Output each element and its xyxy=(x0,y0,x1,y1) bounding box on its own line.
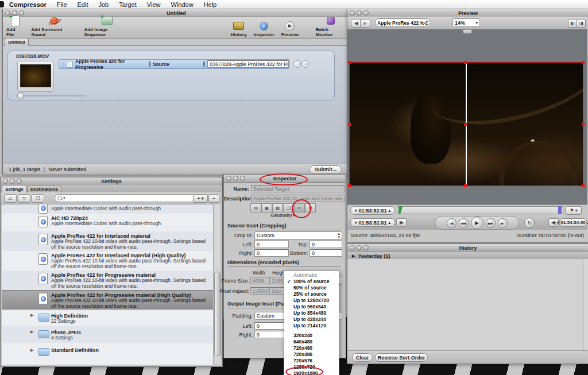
play-in-to-out-button[interactable]: |▶ xyxy=(396,218,407,227)
crop-handle[interactable] xyxy=(348,61,351,64)
filters-tab-icon[interactable]: ❏ xyxy=(283,203,294,212)
preview-toolbar-button[interactable]: ▶Preview xyxy=(281,20,299,37)
go-to-start-button[interactable]: |◀ xyxy=(447,218,457,228)
disclosure-triangle-icon[interactable]: ▶ xyxy=(30,330,33,334)
setting-item[interactable]: Q AIC HD 720p24 Apple Intermediate Codec… xyxy=(2,214,213,231)
target-row[interactable]: ⋮ ◦ Apple ProRes 422 for Progressive Sou… xyxy=(59,59,289,69)
duplicate-button[interactable]: ❐ xyxy=(32,194,44,203)
scrollbar-thumb[interactable] xyxy=(214,272,220,356)
output-filename-field[interactable]: 036I7828-Apple ProRes 422 for Pro xyxy=(207,60,289,68)
menu-item-640x480[interactable]: 640x480 xyxy=(284,339,339,345)
pixel-aspect-field[interactable]: 1.0000 xyxy=(250,287,271,295)
play-button[interactable]: ▶ xyxy=(471,217,483,229)
crop-handle[interactable] xyxy=(348,184,351,187)
remove-setting-button[interactable]: − xyxy=(208,194,219,203)
marker-menu-button[interactable]: ⚑ ▾ xyxy=(566,206,582,215)
timeline-track[interactable] xyxy=(397,206,563,214)
add-surround-sound-button[interactable]: Add Surround Sound xyxy=(31,15,77,37)
zoom-level-select[interactable]: 14%▾ xyxy=(452,18,480,27)
batch-titlebar[interactable]: Untitled xyxy=(3,9,350,17)
frame-controls-tab-icon[interactable]: ▦ xyxy=(272,203,283,212)
window-controls[interactable] xyxy=(350,245,369,250)
crop-handle[interactable] xyxy=(582,61,585,64)
zoom-button[interactable] xyxy=(363,245,369,250)
geometry-tab-icon[interactable]: ✂ xyxy=(294,203,305,212)
in-point-marker[interactable] xyxy=(399,206,403,214)
close-button[interactable] xyxy=(226,176,231,181)
playhead-timecode[interactable]: ▾01:53:52:01▴ xyxy=(350,206,395,215)
window-controls[interactable] xyxy=(5,10,24,16)
split-view-left-button[interactable]: ◧ xyxy=(568,19,577,28)
history-titlebar[interactable]: History xyxy=(347,244,588,252)
menu-item-up-to-1280x720[interactable]: Up to 1280x720 xyxy=(284,297,339,304)
inspector-titlebar[interactable]: Inspector xyxy=(224,175,346,183)
zoom-button[interactable] xyxy=(19,10,24,16)
tab-settings[interactable]: Settings xyxy=(2,185,27,193)
folder-item[interactable]: ▶ High Definition 22 Settings xyxy=(2,310,213,326)
close-button[interactable] xyxy=(350,245,355,250)
menu-item-up-to-428x240[interactable]: Up to 428x240 xyxy=(284,316,339,323)
menu-app[interactable]: Compressor xyxy=(4,1,52,8)
add-setting-button[interactable]: + ▾ xyxy=(193,194,208,203)
out-point-marker[interactable] xyxy=(558,206,562,214)
minimize-button[interactable] xyxy=(10,179,15,184)
menu-item-320x240[interactable]: 320x240 xyxy=(284,333,339,339)
setting-item[interactable]: Q Apple Intermediate Codec with audio pa… xyxy=(2,204,213,214)
crop-handle[interactable] xyxy=(348,123,351,126)
step-back-button[interactable]: ◀◀ xyxy=(459,218,469,228)
next-target-button[interactable]: ▶ xyxy=(360,19,370,28)
menu-file[interactable]: File xyxy=(52,1,72,8)
menu-target[interactable]: Target xyxy=(114,1,142,8)
crop-handle[interactable] xyxy=(582,123,585,126)
tab-destinations[interactable]: Destinations xyxy=(27,185,61,193)
crop-left-field[interactable]: 0 xyxy=(254,241,289,248)
crop-handle[interactable] xyxy=(464,184,467,187)
menu-item-up-to-960x540[interactable]: Up to 960x540 xyxy=(284,304,339,310)
reverse-sort-order-button[interactable]: Reverse Sort Order xyxy=(375,353,428,362)
menu-item-720x480[interactable]: 720x480 xyxy=(284,345,339,351)
inspector-toolbar-button[interactable]: iInspector xyxy=(254,20,274,37)
split-divider-handle[interactable] xyxy=(463,29,472,34)
menu-item-up-to-214x120[interactable]: Up to 214x120 xyxy=(284,323,339,329)
history-toolbar-button[interactable]: History xyxy=(231,20,247,37)
column-divider[interactable] xyxy=(149,61,150,67)
minimize-button[interactable] xyxy=(357,10,362,16)
frame-width-field[interactable]: 4096 xyxy=(250,277,271,284)
add-file-button[interactable]: Add File xyxy=(6,15,24,37)
menu-item-up-to-854x480[interactable]: Up to 854x480 xyxy=(284,310,339,316)
setting-item[interactable]: Q Apple ProRes 422 for Interlaced materi… xyxy=(2,251,213,270)
zoom-button[interactable] xyxy=(240,176,245,181)
settings-titlebar[interactable]: Settings xyxy=(1,177,222,185)
settings-scrollbar[interactable] xyxy=(213,204,220,364)
zoom-button[interactable] xyxy=(17,179,22,184)
new-group-button[interactable]: ▭ xyxy=(4,194,17,203)
step-forward-button[interactable]: ▶▶ xyxy=(486,218,496,228)
out-timecode[interactable]: ▾01:54:54:00▴ xyxy=(559,218,587,227)
batch-tab-untitled[interactable]: Untitled xyxy=(5,38,29,46)
loop-button[interactable]: ↻ xyxy=(524,218,535,228)
settings-search-field[interactable]: ▾ xyxy=(55,194,196,202)
clear-button[interactable]: Clear xyxy=(352,353,373,362)
window-controls[interactable] xyxy=(3,179,22,184)
menu-edit[interactable]: Edit xyxy=(72,1,94,8)
menu-item-25-percent[interactable]: 25% of source xyxy=(284,291,339,297)
minimize-button[interactable] xyxy=(357,245,362,250)
disclosure-triangle-icon[interactable]: ▶ xyxy=(30,313,33,318)
disclosure-triangle-icon[interactable]: ▶ xyxy=(30,348,33,353)
minimize-button[interactable] xyxy=(12,10,17,16)
summary-tab-icon[interactable]: ▤ xyxy=(250,203,261,212)
description-field[interactable]: Apple ProRes 422 10...ution and frame-ra… xyxy=(251,195,345,202)
menu-item-1280x720[interactable]: 1280x720 xyxy=(284,364,339,370)
split-view-right-button[interactable]: ◨ xyxy=(577,19,586,28)
menu-item-720x576[interactable]: 720x576 xyxy=(284,358,339,364)
close-button[interactable] xyxy=(350,10,355,16)
batch-monitor-button[interactable]: Batch Monitor xyxy=(316,15,346,37)
menu-view[interactable]: View xyxy=(142,1,166,8)
name-field[interactable]: Selected Target xyxy=(251,185,345,192)
crop-handle[interactable] xyxy=(464,123,467,126)
add-target-button[interactable]: + xyxy=(301,60,309,68)
close-button[interactable] xyxy=(5,10,10,16)
menu-job[interactable]: Job xyxy=(94,1,114,8)
go-to-end-button[interactable]: ▶| xyxy=(498,218,508,228)
folder-item[interactable]: ▶ Standard Definition xyxy=(2,343,213,359)
